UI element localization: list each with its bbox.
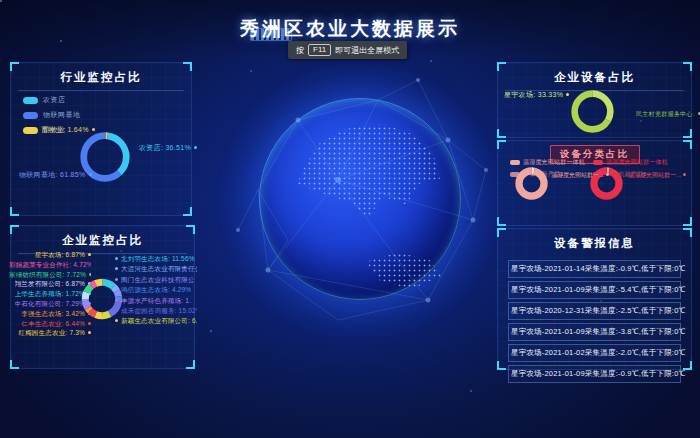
chart-label: 成禾盆园咨询服务: 15.02% [115,307,197,314]
legend-swatch [593,160,603,165]
legend-item: 温湿度光照站群一体机 [593,158,668,167]
tooltip-prefix: 按 [296,45,304,56]
corner-bracket [497,62,506,71]
legend-label: 温湿度光照站群一体机 [523,158,585,167]
corner-bracket [683,129,692,138]
chart-label: 星宇农场: 6.87% [35,251,91,258]
corner-bracket [497,361,506,370]
alarm-row: 星宇农场-2021-01-02采集温度:-2.0℃,低于下限:0℃ [508,344,681,362]
alarm-list: 星宇农场-2021-01-14采集温度:-0.9℃,低于下限:0℃ 星宇农场-2… [498,260,691,383]
background-star-dots [0,0,2,2]
alarm-row: 星宇农场-2020-12-31采集温度:-2.5℃,低于下限:0℃ [508,302,681,320]
corner-bracket [10,207,19,216]
panel-device-alarms: 设备警报信息 星宇农场-2021-01-14采集温度:-0.9℃,低于下限:0℃… [497,228,692,370]
chart-label: 新颖生态农业有限公司: 6.87% [115,317,197,324]
corner-bracket [497,228,506,237]
corner-bracket [10,225,19,234]
panel-title: 企业监控占比 [18,226,187,254]
corner-bracket [10,62,19,71]
panel-device-category: 设备分类占比 温湿度光照站群一体机 一体机新产品1 温湿度光照站群一体机 [497,140,692,226]
alarm-row: 星宇农场-2021-01-09采集温度:-5.4℃,低于下限:0℃ [508,281,681,299]
panel-title: 设备警报信息 [505,229,684,256]
legend-item: 农资店 [23,95,81,105]
corner-bracket [683,217,692,226]
alarm-row: 星宇农场-2021-01-14采集温度:-0.9℃,低于下限:0℃ [508,260,681,278]
dashboard-stage: 秀洲区农业大数据展示 按 F11 即可退出全屏模式 行业监控占比 农资店 物联网… [0,0,700,438]
corner-bracket [683,361,692,370]
chart-callout: 民主村党群服务中心: [636,110,700,119]
corner-bracket [497,129,506,138]
globe-network-lines [228,70,496,338]
legend-item: 物联网基地 [23,110,81,120]
legend-swatch [23,112,38,119]
chart-callout: 农资店: 36.51% [139,143,197,153]
legend-swatch [23,97,38,104]
tooltip-suffix: 即可退出全屏模式 [335,45,399,56]
panel-industry-monitor: 行业监控占比 农资店 物联网基地 畜牧业 [10,62,192,216]
legend-label: 农资店 [43,95,66,105]
alarm-row: 星宇农场-2021-01-09采集温度:-0.9℃,低于下限:0℃ [508,365,681,383]
chart-callout: 温湿度光照站群一... [551,171,609,180]
corner-bracket [683,228,692,237]
chart-label: 红梅园生态农业: 7.3% [18,329,91,336]
page-title: 秀洲区农业大数据展示 [0,16,700,42]
corner-bracket [497,140,506,149]
corner-bracket [183,207,192,216]
f11-key-badge: F11 [308,44,331,56]
enterprise-donut-chart [80,277,124,321]
chart-label: 丰源水产特色养殖场: 1. [115,297,191,304]
chart-label: 大运河生态农业有限责任公 [115,265,197,272]
chart-label: 北刘羽生态农场: 11.56% [115,255,195,262]
device-donut-chart [569,88,616,135]
panel-enterprise-monitor: 企业监控占比 星宇农场: 6.87% 彩娟蔬菜专业合作社: 4.72% 家绿纺织… [10,225,195,369]
chart-callout: 物联网基地: 61.85% [19,170,92,180]
chart-label: 彩娟蔬菜专业合作社: 4.72% [9,261,91,268]
panel-device-ratio: 企业设备占比 星宇农场: 33.33% 民主村党群服务中心: [497,62,692,138]
legend-swatch [510,160,520,165]
corner-bracket [183,62,192,71]
legend-label: 温湿度光照站群一体机 [606,158,668,167]
chart-label: 家绿纺织有限公司: 7.72% [9,271,91,278]
corner-bracket [683,140,692,149]
alarm-row: 星宇农场-2021-01-09采集温度:-3.8℃,低于下限:0℃ [508,323,681,341]
legend-swatch [23,127,38,134]
corner-bracket [497,217,506,226]
legend-label: 物联网基地 [43,110,81,120]
panel-title: 企业设备占比 [505,63,684,91]
corner-bracket [10,360,19,369]
chart-label: 陶门生态农业科技有限公 [115,276,195,283]
legend-item: 温湿度光照站群一体机 [510,158,585,167]
panel-title: 行业监控占比 [18,63,184,91]
enterprise-labels-right: 北刘羽生态农场: 11.56% 大运河生态农业有限责任公 陶门生态农业科技有限公… [115,255,193,324]
category-donut-left [515,167,548,200]
chart-callout: 星宇农场: 33.33% [504,90,569,100]
fullscreen-exit-tooltip: 按 F11 即可退出全屏模式 [288,41,407,59]
corner-bracket [683,62,692,71]
corner-bracket [186,360,195,369]
chart-callout: 温湿度光照站群一... [628,171,686,180]
corner-bracket [186,225,195,234]
chart-label: 鸿信源生态农场: 4.29% [115,286,191,293]
chart-callout: 畜牧业: 1.64% [41,125,95,135]
